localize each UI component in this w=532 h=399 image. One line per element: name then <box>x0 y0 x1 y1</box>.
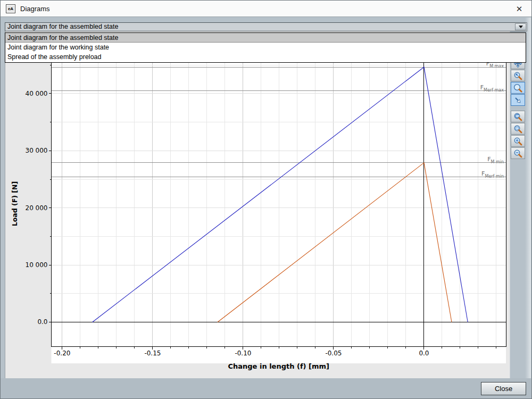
window-title: Diagrams <box>20 5 50 13</box>
y-tick-label: 20 000 <box>26 204 48 212</box>
zoom-window-button[interactable] <box>511 82 525 94</box>
chart-toolbar <box>511 57 526 160</box>
dropdown-selected-value: Joint diagram for the assembled state <box>7 23 118 30</box>
close-button[interactable]: Close <box>481 382 526 395</box>
zoom-out-button[interactable] <box>511 147 525 159</box>
y-tick-label: 10 000 <box>26 261 48 269</box>
x-tick-label: -0.15 <box>144 350 161 357</box>
diagrams-dialog: eA Diagrams ✕ FM maxFMerf maxFM minFMerf… <box>0 0 532 399</box>
x-tick-label: -0.20 <box>54 350 70 357</box>
zoom-in-button[interactable] <box>511 135 525 147</box>
window-close-button[interactable]: ✕ <box>513 3 526 15</box>
chart-panel: FM maxFMerf maxFM minFMerf min-0.20-0.15… <box>5 31 510 379</box>
x-tick-label: -0.10 <box>235 350 251 357</box>
select-arrow-button[interactable] <box>511 94 525 106</box>
x-tick-label: 0.0 <box>419 350 429 357</box>
dropdown-option-assembly-preload[interactable]: Spread of the assembly preload <box>5 52 526 62</box>
dialog-footer: Close <box>1 378 531 398</box>
zoom-out-icon <box>513 149 522 158</box>
dropdown-option-list: Joint diagram for the assembled state Jo… <box>5 32 526 63</box>
zoom-window-icon <box>513 84 522 93</box>
y-tick-label: 0.0 <box>37 318 47 326</box>
y-tick-label: 30 000 <box>26 147 48 154</box>
zoom-in-icon <box>513 137 522 146</box>
zoom-original-icon <box>513 124 522 134</box>
zoom-previous-icon <box>513 71 522 80</box>
dropdown-option-assembled-state[interactable]: Joint diagram for the assembled state <box>5 33 526 43</box>
select-arrow-icon <box>513 96 522 105</box>
dropdown-option-working-state[interactable]: Joint diagram for the working state <box>5 43 526 52</box>
app-icon: eA <box>6 4 15 13</box>
zoom-original-button[interactable] <box>511 123 525 135</box>
x-tick-label: -0.05 <box>325 350 342 357</box>
zoom-reset-button[interactable] <box>511 111 525 122</box>
y-axis-title: Load (F) [N] <box>11 181 19 227</box>
zoom-previous-button[interactable] <box>511 70 525 81</box>
chevron-down-icon <box>519 26 523 28</box>
joint-diagram-chart: FM maxFMerf maxFM minFMerf min-0.20-0.15… <box>5 31 510 379</box>
diagram-type-dropdown[interactable]: Joint diagram for the assembled state <box>5 22 527 31</box>
right-margin <box>525 18 531 378</box>
zoom-reset-icon <box>513 112 522 121</box>
x-axis-title: Change in length (f) [mm] <box>228 362 329 370</box>
dropdown-arrow-button[interactable] <box>515 23 526 30</box>
title-bar: eA Diagrams ✕ <box>1 1 531 17</box>
y-tick-label: 40 000 <box>26 90 48 97</box>
